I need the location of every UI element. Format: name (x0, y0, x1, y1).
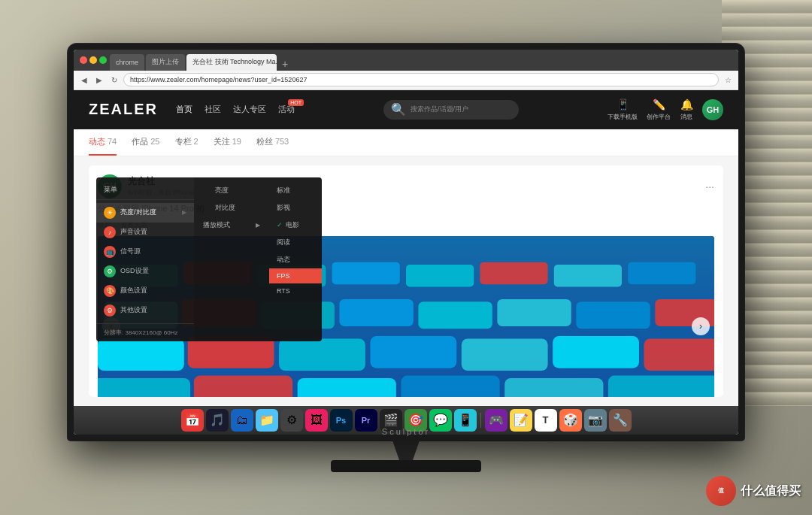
osd-label: OSD设置 (120, 266, 186, 276)
monitor: chrome 图片上传 光合社 技術 Technology Ma... + ◀ … (68, 44, 744, 472)
dock-notes[interactable]: 📝 (510, 409, 532, 432)
other-icon: ⚙ (104, 304, 116, 317)
osd-icon: ⚙ (104, 265, 116, 277)
osd-mode-read[interactable]: 阅读 (269, 234, 322, 251)
watermark-text: 什么值得买 (741, 483, 801, 499)
svg-rect-15 (497, 299, 571, 326)
osd-sub-contrast[interactable]: 对比度 (194, 199, 269, 217)
monitor-frame: chrome 图片上传 光合社 技術 Technology Ma... + ◀ … (68, 44, 744, 441)
signal-icon: 📺 (104, 246, 116, 258)
osd-mode-movie[interactable]: ✓ 电影 (269, 217, 322, 234)
osd-other-item[interactable]: ⚙ 其他设置 (96, 301, 194, 320)
arrow-icon: ▶ (182, 209, 186, 216)
header-actions: 📱 下载手机版 ✏️ 创作平台 🔔 消息 GH (607, 98, 723, 121)
osd-sub-menu: 亮度 对比度 播放模式 ▶ (194, 177, 269, 341)
tab-following[interactable]: 关注 19 (214, 129, 241, 156)
osd-sub-playmode[interactable]: 播放模式 ▶ (194, 217, 269, 234)
browser-tab-1[interactable]: chrome (110, 54, 144, 71)
osd-mode-shadow[interactable]: 影视 (269, 199, 322, 217)
close-button[interactable] (80, 56, 87, 64)
bookmark-button[interactable]: ☆ (722, 74, 734, 86)
svg-rect-29 (504, 378, 603, 397)
search-box[interactable]: 🔍 搜索作品/话题/用户 (383, 100, 519, 120)
osd-sound-item[interactable]: ♪ 声音设置 (96, 223, 194, 242)
zealer-header: ZEALER 首页 社区 达人专区 活动 HOT 🔍 搜索作品/话题/ (74, 90, 738, 129)
columns-count: 2 (194, 137, 198, 146)
dock-premiere[interactable]: Pr (355, 409, 377, 432)
notification-label: 消息 (680, 113, 692, 121)
forward-button[interactable]: ▶ (93, 74, 105, 86)
svg-rect-28 (401, 375, 499, 396)
osd-mode-rts[interactable]: RTS (269, 283, 322, 298)
address-input[interactable]: https://www.zealer.com/homepage/news?use… (123, 73, 719, 86)
dock-tools[interactable]: 🔧 (609, 409, 632, 432)
dock-camera[interactable]: 📷 (584, 409, 607, 432)
svg-rect-24 (644, 338, 714, 371)
download-icon: 📱 (616, 98, 629, 111)
dock-wechat[interactable]: 💬 (429, 409, 452, 432)
dock-game2[interactable]: 🎮 (485, 409, 508, 432)
following-count: 19 (232, 137, 241, 146)
screen-main: GH 光合社 6小时前 · 来自 iPhone ··· 分享近期用 iPhone… (74, 156, 738, 435)
osd-osd-item[interactable]: ⚙ OSD设置 (96, 262, 194, 281)
dock-phone[interactable]: 📱 (454, 409, 477, 432)
monitor-stand-base (331, 460, 481, 472)
dock-calendar[interactable]: 📅 (181, 409, 204, 432)
profile-tabs: 动态 74 作品 25 专栏 2 关注 19 (74, 129, 738, 156)
dock-photos[interactable]: 🖼 (305, 409, 328, 432)
osd-brightness-item[interactable]: ☀ 亮度/对比度 ▶ (96, 203, 194, 223)
nav-expert[interactable]: 达人专区 (233, 104, 266, 115)
nav-home[interactable]: 首页 (176, 104, 192, 115)
tab-columns[interactable]: 专栏 2 (175, 129, 198, 156)
nav-community[interactable]: 社区 (205, 104, 221, 115)
image-next-button[interactable]: › (692, 317, 710, 335)
search-icon: 🔍 (391, 102, 406, 117)
download-app-button[interactable]: 📱 下载手机版 (607, 98, 638, 121)
minimize-button[interactable] (89, 56, 97, 64)
svg-rect-22 (462, 338, 548, 371)
maximize-button[interactable] (99, 56, 107, 64)
browser-tab-2[interactable]: 图片上传 (146, 54, 185, 71)
signal-label: 信号源 (120, 247, 186, 256)
osd-menu-title: 菜单 (96, 182, 194, 200)
reload-button[interactable]: ↻ (108, 74, 120, 86)
create-platform-button[interactable]: ✏️ 创作平台 (647, 98, 671, 121)
osd-signal-item[interactable]: 📺 信号源 (96, 242, 194, 262)
dock-music[interactable]: 🎵 (206, 409, 229, 432)
dock-photoshop[interactable]: Ps (330, 409, 353, 432)
watermark-badge: 值 (706, 476, 736, 506)
svg-rect-6 (406, 265, 474, 287)
zealer-navigation: 首页 社区 达人专区 活动 HOT (176, 104, 295, 115)
tab-dynamic[interactable]: 动态 74 (89, 129, 117, 156)
notification-button[interactable]: 🔔 消息 (680, 98, 693, 121)
brightness-label: 亮度/对比度 (120, 208, 177, 217)
tab-works[interactable]: 作品 25 (132, 129, 159, 156)
osd-mode-dynamic[interactable]: 动态 (269, 251, 322, 268)
osd-menu: 菜单 ☀ 亮度/对比度 ▶ ♪ 声音设置 📺 (96, 177, 322, 341)
osd-sub-brightness[interactable]: 亮度 (194, 182, 269, 199)
new-tab-button[interactable]: + (278, 57, 292, 71)
tab-followers[interactable]: 粉丝 753 (256, 129, 289, 156)
osd-color-item[interactable]: 🎨 颜色设置 (96, 281, 194, 301)
user-avatar[interactable]: GH (702, 99, 723, 120)
sound-icon: ♪ (104, 226, 116, 238)
svg-rect-26 (194, 375, 292, 396)
osd-mode-fps[interactable]: FPS (269, 268, 322, 283)
osd-mode-standard[interactable]: 标准 (269, 182, 322, 199)
nav-activity[interactable]: 活动 HOT (278, 104, 295, 115)
dock-game3[interactable]: 🎲 (559, 409, 582, 432)
svg-rect-20 (279, 338, 365, 371)
dock-folder[interactable]: 📁 (256, 409, 278, 432)
post-more-button[interactable]: ··· (705, 180, 714, 192)
other-label: 其他设置 (120, 305, 186, 315)
dock-files[interactable]: 🗂 (231, 409, 253, 432)
color-icon: 🎨 (104, 285, 116, 297)
browser-tab-3[interactable]: 光合社 技術 Technology Ma... (186, 54, 277, 71)
svg-rect-13 (339, 299, 413, 326)
followers-count: 753 (275, 137, 289, 146)
dock-settings[interactable]: ⚙ (280, 409, 303, 432)
back-button[interactable]: ◀ (78, 74, 90, 86)
dock-text[interactable]: T (535, 409, 557, 432)
create-icon: ✏️ (652, 98, 665, 111)
playmode-arrow: ▶ (256, 222, 260, 229)
